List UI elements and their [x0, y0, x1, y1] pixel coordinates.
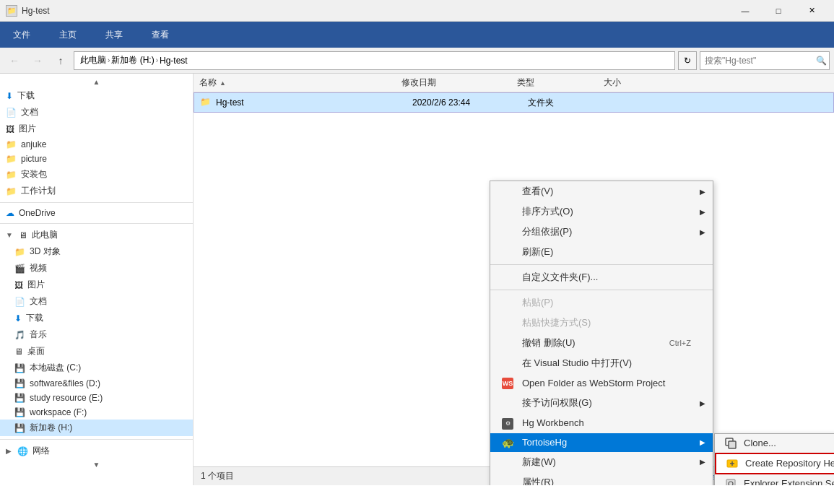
sidebar-item-images[interactable]: 🖼 图片	[0, 277, 193, 293]
sidebar-item-drive-e[interactable]: 💾 study resource (E:)	[0, 391, 193, 405]
breadcrumb-part-0: 此电脑	[80, 54, 106, 66]
sidebar-item-3d[interactable]: 📁 3D 对象	[0, 243, 193, 260]
drive-c-icon: 💾	[14, 363, 25, 373]
folder-picture-icon: 📁	[6, 154, 17, 164]
file-type-hg-test: 文件夹	[528, 97, 614, 109]
ctx-group-arrow: ▶	[700, 228, 705, 236]
file-row-hg-test[interactable]: 📁 Hg-test 2020/2/6 23:44 文件夹	[194, 92, 834, 113]
ctx-new[interactable]: 新建(W) ▶	[490, 452, 713, 472]
back-button[interactable]: ←	[4, 51, 25, 70]
close-button[interactable]: ✕	[795, 0, 828, 22]
breadcrumb-part-2: Hg-test	[160, 56, 188, 66]
sidebar-item-picture[interactable]: 📁 picture	[0, 152, 193, 166]
sidebar-item-workplan[interactable]: 📁 工作计划	[0, 183, 193, 199]
sidebar-sep-2	[0, 223, 193, 224]
sidebar-item-drive-h[interactable]: 💾 新加卷 (H:)	[0, 420, 193, 436]
sidebar-sep-3	[0, 439, 193, 440]
status-item-count: 1 个项目	[201, 470, 234, 482]
main-layout: ▲ ⬇ 下载 📄 文档 🖼 图片 📁 anjuke 📁 picture 📁 安装…	[0, 74, 834, 485]
ribbon-tab-view[interactable]: 查看	[144, 26, 176, 44]
download-icon: ⬇	[6, 91, 13, 101]
ctx-undo[interactable]: 撤销 删除(U) Ctrl+Z	[490, 333, 713, 353]
sidebar-item-docs[interactable]: 📄 文档	[0, 293, 193, 310]
tortoisehg-submenu: Clone... Create Repository Here Explorer…	[714, 433, 834, 486]
window-icon: 📁	[6, 5, 17, 17]
explorer-settings-icon	[724, 478, 738, 486]
sidebar-item-video[interactable]: 🎬 视频	[0, 260, 193, 277]
ribbon: 文件 主页 共享 查看	[0, 22, 834, 48]
forward-button[interactable]: →	[27, 51, 48, 70]
ctx-view[interactable]: 查看(V) ▶	[490, 181, 713, 201]
search-icon: 🔍	[816, 56, 827, 66]
sidebar-item-dl[interactable]: ⬇ 下载	[0, 310, 193, 326]
file-name-hg-test: Hg-test	[216, 97, 412, 108]
scroll-down-indicator: ▼	[0, 459, 193, 470]
drive-h-icon: 💾	[14, 423, 25, 433]
address-box[interactable]: 此电脑 › 新加卷 (H:) › Hg-test	[74, 51, 675, 70]
submenu-explorer-settings[interactable]: Explorer Extension Settings	[715, 474, 834, 486]
ctx-webstorm-icon: WS	[502, 377, 516, 389]
sidebar-item-desktop[interactable]: 🖥 桌面	[0, 343, 193, 360]
sidebar-item-drive-c[interactable]: 💾 本地磁盘 (C:)	[0, 360, 193, 376]
maximize-button[interactable]: □	[762, 0, 795, 22]
ctx-paste: 粘贴(P)	[490, 292, 713, 313]
col-header-type[interactable]: 类型	[517, 77, 604, 89]
search-input[interactable]	[705, 56, 813, 66]
sidebar-item-computer[interactable]: ▼ 🖥 此电脑	[0, 227, 193, 243]
ctx-customize[interactable]: 自定义文件夹(F)...	[490, 267, 713, 287]
ctx-properties[interactable]: 属性(R)	[490, 472, 713, 486]
sidebar-item-drive-f[interactable]: 💾 workspace (F:)	[0, 405, 193, 420]
sidebar: ▲ ⬇ 下载 📄 文档 🖼 图片 📁 anjuke 📁 picture 📁 安装…	[0, 74, 194, 485]
onedrive-icon: ☁	[6, 208, 14, 218]
clone-icon	[724, 438, 738, 449]
ctx-webstorm[interactable]: WS Open Folder as WebStorm Project	[490, 373, 713, 393]
ctx-hgworkbench[interactable]: ⚙ Hg Workbench	[490, 413, 713, 433]
drive-f-icon: 💾	[14, 407, 25, 417]
docs-icon: 📄	[14, 297, 25, 307]
ctx-refresh[interactable]: 刷新(E)	[490, 242, 713, 262]
expand-arrow-network: ▶	[6, 447, 12, 455]
sidebar-item-music[interactable]: 🎵 音乐	[0, 326, 193, 343]
expand-arrow-computer: ▼	[6, 231, 13, 239]
ctx-access[interactable]: 接予访问权限(G) ▶	[490, 393, 713, 413]
window-controls: — □ ✕	[729, 0, 828, 22]
ribbon-tab-file[interactable]: 文件	[6, 26, 38, 44]
file-list-header: 名称 ▲ 修改日期 类型 大小	[194, 74, 834, 92]
title-bar-left: 📁 Hg-test	[6, 5, 50, 17]
ctx-tortoisehg-icon: 🐢	[502, 437, 516, 448]
sidebar-item-drive-d[interactable]: 💾 software&files (D:)	[0, 376, 193, 391]
video-icon: 🎬	[14, 264, 25, 274]
col-header-name[interactable]: 名称 ▲	[199, 77, 401, 89]
refresh-button[interactable]: ↻	[678, 51, 697, 70]
sidebar-sep-1	[0, 202, 193, 203]
sidebar-item-onedrive[interactable]: ☁ OneDrive	[0, 206, 193, 220]
sidebar-item-pictures[interactable]: 🖼 图片	[0, 121, 193, 137]
sidebar-item-documents[interactable]: 📄 文档	[0, 104, 193, 121]
ctx-undo-shortcut: Ctrl+Z	[669, 339, 691, 347]
ctx-sort[interactable]: 排序方式(O) ▶	[490, 201, 713, 222]
sidebar-item-anjuke[interactable]: 📁 anjuke	[0, 137, 193, 152]
ctx-new-arrow: ▶	[700, 458, 705, 466]
col-header-size[interactable]: 大小	[604, 77, 661, 89]
ctx-group[interactable]: 分组依据(P) ▶	[490, 222, 713, 242]
scroll-up-indicator: ▲	[0, 77, 193, 87]
ctx-tortoisehg[interactable]: 🐢 TortoiseHg ▶ Clone...	[490, 433, 713, 452]
sidebar-item-downloads[interactable]: ⬇ 下载	[0, 87, 193, 104]
ribbon-tab-home[interactable]: 主页	[52, 26, 84, 44]
ctx-hgworkbench-icon: ⚙	[502, 417, 516, 430]
sidebar-item-setup[interactable]: 📁 安装包	[0, 166, 193, 183]
sidebar-item-network[interactable]: ▶ 🌐 网络	[0, 443, 193, 459]
sort-arrow-icon: ▲	[220, 79, 226, 87]
col-header-date[interactable]: 修改日期	[401, 77, 517, 89]
submenu-clone[interactable]: Clone...	[715, 434, 834, 453]
submenu-create-repo[interactable]: Create Repository Here	[715, 453, 834, 474]
documents-icon: 📄	[6, 108, 17, 118]
ctx-view-arrow: ▶	[700, 188, 705, 196]
breadcrumb-sep-1: ›	[156, 56, 158, 64]
minimize-button[interactable]: —	[729, 0, 762, 22]
ctx-vs[interactable]: 在 Visual Studio 中打开(V)	[490, 353, 713, 373]
up-button[interactable]: ↑	[51, 51, 71, 70]
images-icon: 🖼	[14, 280, 23, 290]
ribbon-tab-share[interactable]: 共享	[98, 26, 130, 44]
search-box[interactable]: 🔍	[700, 51, 830, 70]
